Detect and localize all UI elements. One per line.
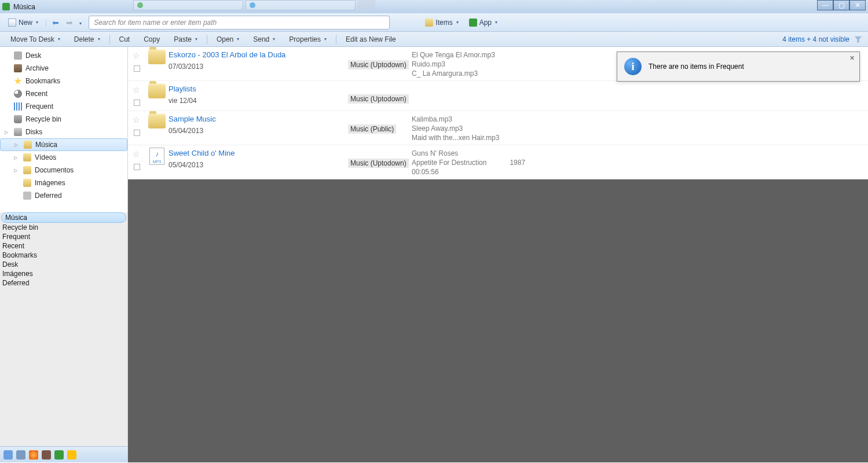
select-checkbox[interactable] bbox=[134, 164, 140, 170]
tree-item-deferred[interactable]: Deferred bbox=[0, 189, 127, 202]
background-tabs bbox=[133, 0, 375, 10]
history-item[interactable]: Recycle bin bbox=[0, 223, 127, 232]
list-row[interactable]: ☆Sample Music05/04/2013Music (Public)Kal… bbox=[128, 111, 868, 145]
item-location: Music (Uptodown) bbox=[348, 159, 409, 168]
item-name[interactable]: Playlists bbox=[169, 84, 348, 93]
tree-item-disks[interactable]: Disks bbox=[0, 126, 127, 138]
app-icon bbox=[2, 3, 10, 10]
favorite-star-icon[interactable]: ☆ bbox=[133, 116, 141, 124]
cut-button[interactable]: Cut bbox=[115, 34, 135, 45]
edit-as-new-file-button[interactable]: Edit as New File bbox=[341, 34, 401, 45]
tree-item-desk[interactable]: Desk bbox=[0, 49, 127, 62]
history-item[interactable]: Bookmarks bbox=[0, 251, 127, 260]
favorite-star-icon[interactable]: ☆ bbox=[133, 86, 141, 94]
maximize-button[interactable]: ▢ bbox=[833, 0, 849, 10]
search-input[interactable]: Search for item name or enter item path bbox=[89, 16, 390, 30]
folder-icon bbox=[23, 153, 31, 161]
tool-icon[interactable] bbox=[42, 450, 51, 460]
select-checkbox[interactable] bbox=[134, 65, 140, 72]
open-button[interactable]: Open bbox=[212, 34, 244, 45]
new-button[interactable]: New bbox=[5, 17, 42, 28]
tree-item-documentos[interactable]: Documentos bbox=[0, 164, 127, 177]
select-checkbox[interactable] bbox=[134, 130, 140, 136]
app-button[interactable]: App bbox=[466, 17, 501, 28]
favorite-star-icon[interactable]: ☆ bbox=[133, 150, 141, 158]
items-label: Items bbox=[435, 19, 452, 27]
folder-icon bbox=[23, 179, 31, 187]
search-placeholder: Search for item name or enter item path bbox=[94, 19, 217, 27]
back-button[interactable]: ⬅ bbox=[50, 17, 61, 28]
nav-history-dropdown[interactable] bbox=[78, 19, 82, 27]
paste-button[interactable]: Paste bbox=[169, 34, 202, 45]
close-button[interactable]: ✕ bbox=[849, 0, 866, 10]
new-label: New bbox=[19, 19, 32, 27]
app-label: App bbox=[479, 19, 492, 27]
history-item[interactable]: Deferred bbox=[0, 278, 127, 288]
forward-button[interactable]: ➡ bbox=[64, 17, 75, 28]
move-to-desk-button[interactable]: Move To Desk bbox=[6, 34, 65, 45]
item-count-status: 4 items + 4 not visible bbox=[782, 35, 849, 43]
tree-item-recent[interactable]: Recent bbox=[0, 87, 127, 100]
notification-text: There are no items in Frequent bbox=[649, 63, 744, 71]
filter-icon[interactable] bbox=[854, 35, 862, 43]
tool-icon[interactable] bbox=[67, 450, 76, 460]
location-history-list: Música Recycle bin Frequent Recent Bookm… bbox=[0, 212, 127, 446]
sidebar-bottom-bar bbox=[0, 446, 127, 462]
disk-icon bbox=[14, 128, 22, 136]
tree-item-archive[interactable]: Archive bbox=[0, 62, 127, 75]
notification-close-button[interactable]: ✕ bbox=[848, 54, 856, 63]
tree-item-musica[interactable]: Música bbox=[0, 138, 127, 151]
items-icon bbox=[425, 19, 433, 27]
list-row[interactable]: ☆Playlistsvie 12/04Music (Uptodown) bbox=[128, 81, 868, 111]
notification-panel: ✕ i There are no items in Frequent bbox=[617, 52, 860, 82]
item-date: 05/04/2013 bbox=[169, 161, 348, 169]
tree-item-videos[interactable]: Vídeos bbox=[0, 151, 127, 164]
tab-favicon-icon bbox=[137, 2, 143, 8]
content-area: ☆Eskorzo - 2003 El Arbol de la Duda07/03… bbox=[128, 47, 868, 462]
sidebar: Desk Archive Bookmarks Recent Frequent R… bbox=[0, 47, 128, 462]
navigation-tree: Desk Archive Bookmarks Recent Frequent R… bbox=[0, 47, 127, 204]
tree-item-bookmarks[interactable]: Bookmarks bbox=[0, 75, 127, 87]
recycle-icon bbox=[14, 115, 22, 123]
item-metadata: El Que Tenga El Amor.mp3Ruido.mp3C_ La A… bbox=[412, 49, 495, 78]
desk-icon bbox=[14, 52, 22, 60]
item-name[interactable]: Sweet Child o' Mine bbox=[169, 149, 348, 157]
tool-icon[interactable] bbox=[16, 450, 25, 460]
item-name[interactable]: Sample Music bbox=[169, 115, 348, 123]
frequent-icon bbox=[14, 102, 22, 111]
tool-icon[interactable] bbox=[29, 450, 38, 460]
bookmark-icon bbox=[14, 77, 22, 85]
tree-item-frequent[interactable]: Frequent bbox=[0, 100, 127, 113]
recent-icon bbox=[14, 90, 22, 98]
tree-item-recycle-bin[interactable]: Recycle bin bbox=[0, 113, 127, 126]
folder-icon bbox=[148, 83, 166, 98]
folder-icon bbox=[148, 49, 166, 64]
app-menu-icon bbox=[469, 19, 477, 27]
item-date: 05/04/2013 bbox=[169, 127, 348, 135]
tool-icon[interactable] bbox=[54, 450, 64, 460]
favorite-star-icon[interactable]: ☆ bbox=[133, 52, 141, 60]
select-checkbox[interactable] bbox=[134, 100, 140, 106]
folder-icon bbox=[148, 113, 166, 128]
folder-icon bbox=[24, 141, 32, 149]
new-file-icon bbox=[8, 19, 16, 27]
history-item[interactable]: Frequent bbox=[0, 232, 127, 241]
history-item[interactable]: Recent bbox=[0, 241, 127, 251]
copy-button[interactable]: Copy bbox=[139, 34, 164, 45]
delete-button[interactable]: Delete bbox=[69, 34, 105, 45]
send-button[interactable]: Send bbox=[248, 34, 280, 45]
tool-icon[interactable] bbox=[3, 450, 13, 460]
history-item[interactable]: Desk bbox=[0, 260, 127, 269]
list-row[interactable]: ☆MP3Sweet Child o' Mine05/04/2013Music (… bbox=[128, 145, 868, 179]
properties-button[interactable]: Properties bbox=[284, 34, 331, 45]
minimize-button[interactable]: — bbox=[817, 0, 833, 10]
history-item[interactable]: Música bbox=[1, 212, 126, 223]
browser-tab[interactable] bbox=[133, 0, 243, 10]
history-item[interactable]: Imágenes bbox=[0, 269, 127, 278]
browser-tab[interactable] bbox=[246, 0, 356, 10]
items-button[interactable]: Items bbox=[422, 17, 462, 28]
item-name[interactable]: Eskorzo - 2003 El Arbol de la Duda bbox=[169, 50, 348, 59]
browser-tab-overflow[interactable] bbox=[358, 0, 375, 10]
tree-item-imagenes[interactable]: Imágenes bbox=[0, 177, 127, 189]
folder-icon bbox=[23, 166, 31, 174]
